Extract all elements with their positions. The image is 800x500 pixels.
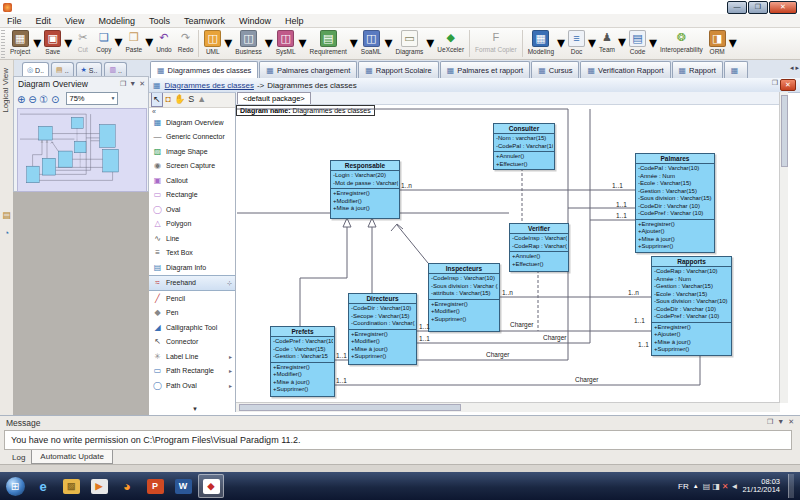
palette-item-polygon[interactable]: △Polygon — [149, 217, 235, 232]
powerpoint-icon[interactable]: P — [142, 474, 168, 498]
chevron-down-icon[interactable]: ▾ — [384, 33, 392, 52]
visual-paradigm-icon[interactable]: ◆ — [198, 474, 224, 498]
chevron-down-icon[interactable]: ▾ — [114, 32, 122, 51]
message-window-buttons[interactable]: ❐▼✕ — [767, 418, 794, 426]
language-indicator[interactable]: FR — [678, 482, 689, 491]
chevron-down-icon[interactable]: ▾ — [224, 33, 232, 52]
palette-item-pen[interactable]: ◆Pen — [149, 306, 235, 321]
title-bar[interactable]: USE CASE.vpp * - Visual Paradigm Profess… — [0, 0, 800, 14]
palette-item-text-box[interactable]: ≡Text Box — [149, 246, 235, 261]
palette-item-calligraphic-tool[interactable]: ◢Calligraphic Tool — [149, 320, 235, 335]
diagram-thumbnail[interactable] — [17, 108, 147, 192]
menu-file[interactable]: File — [0, 16, 29, 26]
palette-item-oval[interactable]: ◯Oval — [149, 202, 235, 217]
uml-class-consulter[interactable]: Consulter-Nom : varchar(15)-CodePal : Va… — [493, 123, 555, 170]
tray-expand-icon[interactable]: ▲ — [693, 483, 699, 489]
toolbar-button-modeling[interactable]: ▦Modeling▾ — [525, 29, 565, 55]
chevron-down-icon[interactable]: ▾ — [426, 33, 434, 52]
palette-item-label-line[interactable]: ✳Label Line▸ — [149, 349, 235, 364]
toolbar-button-orm[interactable]: ◨ORM▾ — [706, 29, 737, 55]
connector-line[interactable] — [343, 218, 351, 227]
uml-class-directeurs[interactable]: Directeurs-CodeDir : Varchar(10)-Secope … — [348, 293, 417, 365]
restore-pane-icon[interactable]: ❐ — [120, 80, 126, 88]
palette-item-diagram-overview[interactable]: ▦Diagram Overview — [149, 115, 235, 130]
show-desktop-button[interactable] — [788, 474, 794, 498]
palette-mode-icon[interactable]: ↖ — [151, 92, 163, 107]
toolbar-button-undo[interactable]: ↶Undo — [153, 29, 175, 53]
chevron-down-icon[interactable]: ▾ — [33, 33, 41, 52]
toolbar-button-redo[interactable]: ↷Redo — [175, 29, 197, 53]
toolbar-button-save[interactable]: ▣Save▾ — [41, 29, 72, 55]
volume-icon[interactable]: ◄ — [731, 482, 739, 491]
vertical-scrollbar[interactable] — [779, 92, 788, 403]
chevron-down-icon[interactable]: ▾ — [729, 33, 737, 52]
menu-help[interactable]: Help — [278, 16, 311, 26]
palette-item-callout[interactable]: ▣Callout — [149, 173, 235, 188]
toolbar-grip[interactable] — [1, 30, 5, 58]
diagram-tab[interactable]: ▦Palmares et rapport — [440, 61, 530, 78]
chevron-right-icon[interactable]: ▸ — [229, 367, 235, 374]
teamwork-icon[interactable]: ◔ — [1, 228, 12, 239]
close-diagram-button[interactable]: ✕ — [780, 79, 796, 91]
toolbar-button-business[interactable]: ◫Business▾ — [232, 29, 272, 55]
chevron-down-icon[interactable]: ▾ — [557, 33, 565, 52]
menu-view[interactable]: View — [58, 16, 91, 26]
toolbar-button-uexceler[interactable]: ◆UeXceler — [434, 29, 467, 53]
chevron-down-icon[interactable]: ▾ — [649, 33, 657, 52]
start-button[interactable]: ⊞ — [2, 474, 28, 498]
diagram-canvas[interactable]: <default package> Diagram name: Diagramm… — [236, 92, 788, 412]
chevron-right-icon[interactable]: ▸ — [229, 353, 235, 360]
menu-modeling[interactable]: Modeling — [91, 16, 142, 26]
palette-item-path-oval[interactable]: ◯Path Oval▸ — [149, 378, 235, 393]
palette-item-pencil[interactable]: ╱Pencil — [149, 291, 235, 306]
taskbar-clock[interactable]: 08:03 21/12/2014 — [742, 478, 780, 495]
palette-mode-icon[interactable]: ◘ — [166, 93, 171, 106]
minimize-button[interactable]: — — [727, 1, 747, 14]
diagram-tab[interactable]: ▦Palmares chargement — [259, 61, 357, 78]
connector-line[interactable] — [397, 225, 428, 263]
toolbar-button-project[interactable]: ▦Project▾ — [7, 29, 41, 55]
model-explorer-icon[interactable]: ▤ — [1, 210, 12, 221]
menu-tools[interactable]: Tools — [142, 16, 177, 26]
palette-item-image-shape[interactable]: ▨Image Shape — [149, 144, 235, 159]
palette-item-connector[interactable]: ↖Connector — [149, 335, 235, 350]
file-explorer-icon[interactable]: ▨ — [58, 474, 84, 498]
toolbar-button-team[interactable]: ♟Team▾ — [596, 29, 626, 53]
uml-class-rapports[interactable]: Rapports-CodeRap : Varchar(10)-Année : N… — [651, 256, 732, 356]
palette-mode-icon[interactable]: ✋ — [174, 93, 185, 106]
message-tab-log[interactable]: Log — [6, 451, 31, 464]
toolbar-button-copy[interactable]: ❏Copy▾ — [93, 29, 122, 53]
close-pane-icon[interactable]: ✕ — [139, 80, 145, 88]
connector-line[interactable] — [46, 140, 48, 142]
actual-size-icon[interactable]: ① — [39, 94, 51, 105]
pin-pane-icon[interactable]: ▼ — [777, 418, 784, 426]
toolbar-button-doc[interactable]: ≡Doc▾ — [565, 29, 596, 55]
palette-item-screen-capture[interactable]: ◉Screen Capture — [149, 159, 235, 174]
toolbar-button-interoperability[interactable]: ❂Interoperability — [657, 29, 706, 53]
palette-item-freehand[interactable]: ≈Freehand⊹ — [149, 275, 235, 292]
drag-handle-icon[interactable]: ⊹ — [227, 279, 235, 286]
chevron-down-icon[interactable]: ▾ — [64, 33, 72, 52]
toolbar-button-soaml[interactable]: ◫SoaML▾ — [358, 29, 393, 55]
word-icon[interactable]: W — [170, 474, 196, 498]
menu-edit[interactable]: Edit — [29, 16, 59, 26]
diagram-tab[interactable]: ▦Rapport Scolaire — [358, 61, 438, 78]
tray-icon[interactable]: ▤ — [703, 482, 711, 491]
connector-line[interactable] — [41, 140, 43, 142]
zoom-in-icon[interactable]: ⊕ — [17, 94, 28, 105]
toolbar-button-code[interactable]: ▤Code▾ — [626, 29, 657, 55]
uml-class-responsable[interactable]: Responsable-Login : Varchar(20)-Mot de p… — [330, 160, 400, 219]
toolbar-button-cut[interactable]: ✂Cut — [72, 29, 93, 53]
chevron-down-icon[interactable]: ▾ — [618, 32, 626, 51]
fit-icon[interactable]: ⊙ — [51, 94, 59, 105]
menu-teamwork[interactable]: Teamwork — [177, 16, 232, 26]
toolbar-button-format-copier[interactable]: FFormat Copier — [472, 29, 520, 53]
toolbar-button-uml[interactable]: ◫UML▾ — [201, 29, 232, 55]
diagram-tab[interactable]: ▦Rapport — [672, 61, 723, 78]
diagram-tab[interactable]: ▦Cursus — [531, 61, 579, 78]
chevron-down-icon[interactable]: ▾ — [588, 33, 596, 52]
palette-item-line[interactable]: ∿Line — [149, 231, 235, 246]
chevron-down-icon[interactable]: ▾ — [350, 33, 358, 52]
panel-tab[interactable]: ▥.. — [104, 62, 127, 77]
breadcrumb-link[interactable]: Diagrammes des classes — [165, 81, 254, 90]
